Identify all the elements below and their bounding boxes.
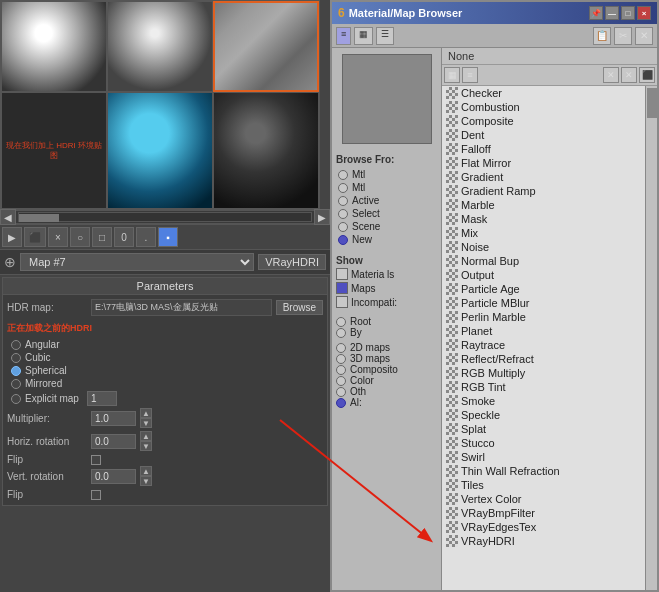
map-list-item[interactable]: RGB Tint	[442, 380, 645, 394]
map-list-item[interactable]: Combustion	[442, 100, 645, 114]
map-list-item[interactable]: Perlin Marble	[442, 310, 645, 324]
horiz-rot-up-btn[interactable]: ▲	[140, 431, 152, 441]
map-list-item[interactable]: RGB Multiply	[442, 366, 645, 380]
map-list-item[interactable]: Checker	[442, 86, 645, 100]
map-list-item[interactable]: Planet	[442, 324, 645, 338]
map-list-item[interactable]: Dent	[442, 128, 645, 142]
scroll-right-btn[interactable]: ▶	[314, 209, 330, 225]
map-list-item[interactable]: Noise	[442, 240, 645, 254]
map-list-item[interactable]: Marble	[442, 198, 645, 212]
show-incompati-cb[interactable]	[336, 296, 348, 308]
map-list-item[interactable]: Speckle	[442, 408, 645, 422]
horiz-rot-input[interactable]	[91, 434, 136, 449]
mat-cell-4[interactable]: 现在我们加上 HDRI 环境贴图	[1, 92, 107, 209]
tree-view-btn[interactable]: ☰	[376, 27, 394, 45]
vert-rot-down-btn[interactable]: ▼	[140, 476, 152, 486]
radio-3dmaps[interactable]: 3D maps	[336, 353, 437, 364]
radio-root[interactable]: Root	[336, 316, 437, 327]
radio-2dmaps[interactable]: 2D maps	[336, 342, 437, 353]
list-btn-1[interactable]: ▦	[444, 67, 460, 83]
map-list-item[interactable]: Mix	[442, 226, 645, 240]
map-list-item[interactable]: Tiles	[442, 478, 645, 492]
radio-composito[interactable]: Composito	[336, 364, 437, 375]
explicit-map-input[interactable]	[87, 391, 117, 406]
radio-by[interactable]: By	[336, 327, 437, 338]
map-list-item[interactable]: Falloff	[442, 142, 645, 156]
browse-button[interactable]: Browse	[276, 300, 323, 315]
map-list-item[interactable]: Stucco	[442, 436, 645, 450]
map-list-item[interactable]: Output	[442, 268, 645, 282]
map-list-item[interactable]: VRayEdgesTex	[442, 520, 645, 534]
minimize-btn[interactable]: —	[605, 6, 619, 20]
list-btn-2[interactable]: ≡	[462, 67, 478, 83]
multiplier-up-btn[interactable]: ▲	[140, 408, 152, 418]
list-btn-4[interactable]: ✕	[621, 67, 637, 83]
map-list-item[interactable]: VRayHDRI	[442, 534, 645, 548]
radio-angular[interactable]: Angular	[11, 339, 319, 350]
map-list-item[interactable]: Gradient	[442, 170, 645, 184]
flip-checkbox-1[interactable]	[91, 455, 101, 465]
cut-icon-btn[interactable]: ✂	[614, 27, 632, 45]
list-btn-5[interactable]: ⬛	[639, 67, 655, 83]
map-list-item[interactable]: Particle Age	[442, 282, 645, 296]
scrollbar[interactable]	[645, 86, 657, 590]
multiplier-input[interactable]	[91, 411, 136, 426]
radio-cubic[interactable]: Cubic	[11, 352, 319, 363]
toolbar-btn-sm[interactable]: ▪	[158, 227, 178, 247]
multiplier-down-btn[interactable]: ▼	[140, 418, 152, 428]
list-view-btn[interactable]: ≡	[336, 27, 351, 45]
map-list-item[interactable]: Raytrace	[442, 338, 645, 352]
vert-rot-up-btn[interactable]: ▲	[140, 466, 152, 476]
map-list-item[interactable]: Particle MBlur	[442, 296, 645, 310]
map-list-item[interactable]: Swirl	[442, 450, 645, 464]
copy-icon-btn[interactable]: 📋	[593, 27, 611, 45]
mat-cell-5[interactable]	[107, 92, 213, 209]
flip-checkbox-2[interactable]	[91, 490, 101, 500]
radio-spherical[interactable]: Spherical	[11, 365, 319, 376]
grid-view-btn[interactable]: ▦	[354, 27, 373, 45]
map-list-item[interactable]: Reflect/Refract	[442, 352, 645, 366]
show-materials-cb[interactable]	[336, 268, 348, 280]
close-btn[interactable]: ×	[637, 6, 651, 20]
maximize-btn[interactable]: □	[621, 6, 635, 20]
radio-scene[interactable]: Scene	[338, 221, 435, 232]
scroll-thumb[interactable]	[647, 88, 657, 118]
mat-cell-1[interactable]	[1, 1, 107, 92]
clear-icon-btn[interactable]: ✕	[635, 27, 653, 45]
radio-mirrored[interactable]: Mirrored	[11, 378, 319, 389]
map-list-item[interactable]: Smoke	[442, 394, 645, 408]
list-btn-3[interactable]: ✕	[603, 67, 619, 83]
radio-explicit[interactable]: Explicit map	[11, 391, 319, 406]
map-list-item[interactable]: Gradient Ramp	[442, 184, 645, 198]
horiz-rot-down-btn[interactable]: ▼	[140, 441, 152, 451]
radio-al[interactable]: Al:	[336, 397, 437, 408]
map-list-item[interactable]: Composite	[442, 114, 645, 128]
map-dropdown[interactable]: Map #7	[20, 253, 254, 271]
toolbar-btn-circle[interactable]: ○	[70, 227, 90, 247]
map-list-item[interactable]: Mask	[442, 212, 645, 226]
radio-new[interactable]: New	[338, 234, 435, 245]
toolbar-btn-1[interactable]: ▶	[2, 227, 22, 247]
pin-btn[interactable]: 📌	[589, 6, 603, 20]
show-maps-cb[interactable]	[336, 282, 348, 294]
mat-cell-6[interactable]	[213, 92, 319, 209]
toolbar-btn-x[interactable]: ×	[48, 227, 68, 247]
scroll-left-btn[interactable]: ◀	[0, 209, 16, 225]
map-list-item[interactable]: Normal Bup	[442, 254, 645, 268]
toolbar-btn-0[interactable]: 0	[114, 227, 134, 247]
toolbar-btn-dot[interactable]: .	[136, 227, 156, 247]
mat-cell-3[interactable]	[213, 1, 319, 92]
map-list-item[interactable]: Thin Wall Refraction	[442, 464, 645, 478]
toolbar-btn-2[interactable]: ⬛	[24, 227, 46, 247]
map-list-item[interactable]: Flat Mirror	[442, 156, 645, 170]
radio-mtl1[interactable]: Mtl	[338, 169, 435, 180]
radio-oth[interactable]: Oth	[336, 386, 437, 397]
vert-rot-input[interactable]	[91, 469, 136, 484]
map-list-item[interactable]: Splat	[442, 422, 645, 436]
radio-color[interactable]: Color	[336, 375, 437, 386]
toolbar-btn-sq[interactable]: □	[92, 227, 112, 247]
map-list-item[interactable]: VRayBmpFilter	[442, 506, 645, 520]
radio-active[interactable]: Active	[338, 195, 435, 206]
mat-cell-2[interactable]	[107, 1, 213, 92]
map-list-item[interactable]: Vertex Color	[442, 492, 645, 506]
